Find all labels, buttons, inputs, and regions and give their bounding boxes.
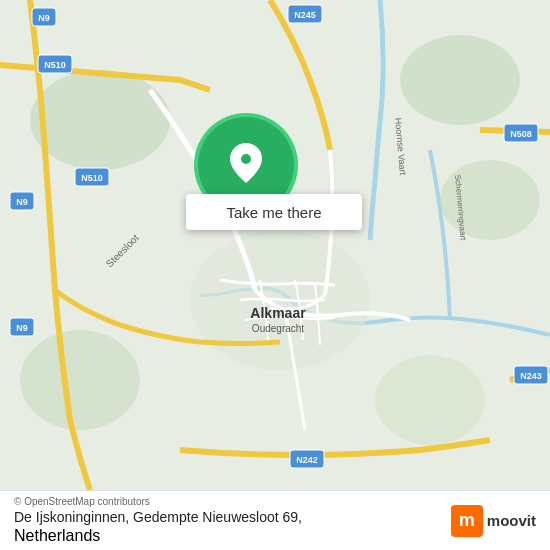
svg-text:Oudegracht: Oudegracht	[252, 323, 304, 334]
address-text: De Ijskoninginnen, Gedempte Nieuwesloot …	[14, 509, 302, 525]
footer-left: © OpenStreetMap contributors De Ijskonin…	[14, 496, 302, 545]
svg-text:N9: N9	[16, 323, 28, 333]
svg-text:Alkmaar: Alkmaar	[250, 305, 306, 321]
svg-point-32	[241, 154, 251, 164]
svg-point-2	[30, 70, 170, 170]
moovit-logo: m moovit	[451, 505, 536, 537]
svg-text:N9: N9	[38, 13, 50, 23]
svg-text:N510: N510	[81, 173, 103, 183]
svg-text:N242: N242	[296, 455, 318, 465]
moovit-m-icon: m	[451, 505, 483, 537]
copyright-text: © OpenStreetMap contributors	[14, 496, 302, 507]
svg-text:N245: N245	[294, 10, 316, 20]
svg-point-4	[440, 160, 540, 240]
svg-text:N243: N243	[520, 371, 542, 381]
svg-point-5	[20, 330, 140, 430]
moovit-label: moovit	[487, 512, 536, 529]
svg-text:N508: N508	[510, 129, 532, 139]
svg-text:N510: N510	[44, 60, 66, 70]
svg-text:N9: N9	[16, 197, 28, 207]
address2-text: Netherlands	[14, 527, 302, 545]
map-container: N510 N9 N245 N508 N9 N510 N9 N242 N243 S…	[0, 0, 550, 490]
svg-point-6	[375, 355, 485, 445]
footer: © OpenStreetMap contributors De Ijskonin…	[0, 490, 550, 550]
svg-point-3	[400, 35, 520, 125]
take-me-there-button[interactable]: Take me there	[186, 194, 362, 230]
